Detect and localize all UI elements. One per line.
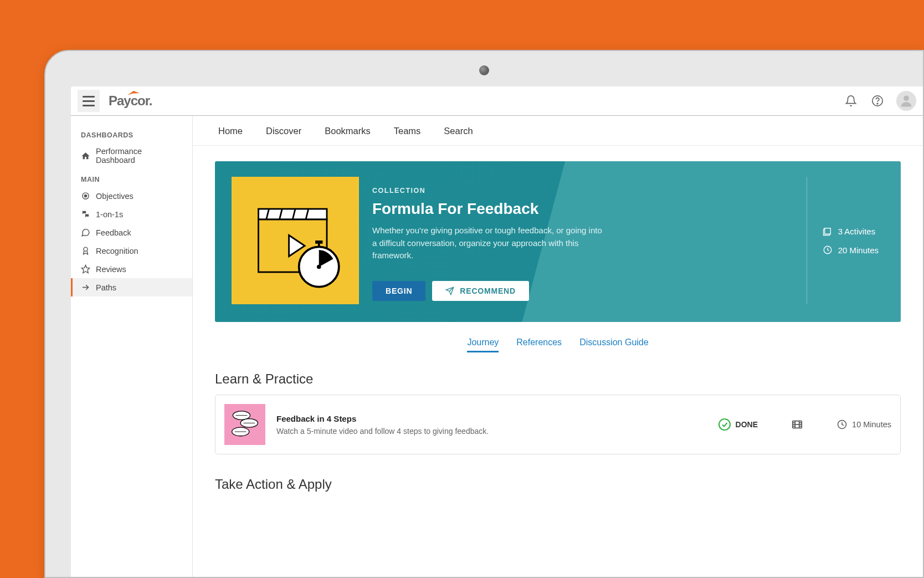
tab-home[interactable]: Home [218,126,243,136]
home-icon [81,151,90,161]
sidebar-item-performance-dashboard[interactable]: Performance Dashboard [71,142,192,169]
tab-search[interactable]: Search [444,126,473,136]
recommend-button[interactable]: RECOMMEND [432,281,529,301]
feedback-icon [81,228,90,237]
sidebar-item-recognition[interactable]: Recognition [71,242,192,260]
begin-button[interactable]: BEGIN [372,281,425,301]
menu-button[interactable] [78,90,100,112]
card-status-label: DONE [736,420,758,429]
content-tabs: Home Discover Bookmarks Teams Search [193,116,923,146]
card-duration: 10 Minutes [836,419,891,430]
hero-title: Formula For Feedback [372,200,793,218]
svg-point-27 [719,419,730,430]
sidebar-item-1on1s[interactable]: 1-on-1s [71,205,192,223]
svg-point-1 [877,103,878,104]
film-icon [791,418,803,431]
recommend-label: RECOMMEND [460,287,516,295]
sidebar-item-label: Reviews [96,265,126,274]
content-area: Home Discover Bookmarks Teams Search [193,116,923,577]
notifications-icon[interactable] [843,93,859,109]
sidebar-item-reviews[interactable]: Reviews [71,260,192,278]
sidebar: DASHBOARDS Performance Dashboard MAIN Ob… [71,116,193,577]
svg-point-18 [317,265,321,269]
award-icon [81,246,90,255]
section-learn-practice: Learn & Practice [193,359,923,395]
chat-icon [81,209,90,219]
sidebar-item-label: Objectives [96,192,134,201]
sidebar-item-label: Performance Dashboard [96,147,182,165]
sidebar-item-label: Feedback [96,228,131,237]
device-frame: Paycor. DASHBOARDS Performance Dashb [44,50,924,578]
hero-stat-label: 3 Activites [838,227,876,236]
paper-plane-icon [445,287,454,295]
target-icon [81,191,90,201]
clock-icon [823,245,833,255]
svg-marker-6 [81,265,89,273]
card-description: Watch a 5-minute video and follow 4 step… [276,427,707,436]
svg-point-5 [84,247,88,251]
hero-stat-activities: 3 Activites [823,226,879,236]
svg-point-4 [84,195,86,197]
section-take-action-apply: Take Action & Apply [193,464,923,500]
card-title: Feedback in 4 Steps [276,414,707,423]
user-avatar[interactable] [896,91,916,111]
hero-stat-label: 20 Minutes [838,245,879,255]
hero-kicker: COLLECTION [372,187,793,195]
subtabs: Journey References Discussion Guide [193,322,923,359]
card-status: DONE [718,418,758,431]
tab-discover[interactable]: Discover [266,126,301,136]
help-icon[interactable] [870,93,885,109]
star-icon [81,264,90,274]
speech-bubbles-icon [227,407,263,442]
hero-thumbnail [232,177,359,304]
subtab-references[interactable]: References [516,337,562,352]
sidebar-item-paths[interactable]: Paths [71,278,192,296]
clock-icon [836,419,848,430]
sidebar-item-feedback[interactable]: Feedback [71,223,192,242]
sidebar-item-objectives[interactable]: Objectives [71,187,192,205]
topbar: Paycor. [71,86,923,116]
card-type-icon [791,418,803,431]
check-circle-icon [718,418,731,431]
tab-bookmarks[interactable]: Bookmarks [325,126,371,136]
activity-card[interactable]: Feedback in 4 Steps Watch a 5-minute vid… [215,395,901,454]
hero-stat-minutes: 20 Minutes [823,245,879,255]
sidebar-item-label: Recognition [96,247,138,255]
subtab-discussion-guide[interactable]: Discussion Guide [579,337,649,352]
card-thumbnail [224,404,265,445]
svg-rect-17 [315,241,322,244]
hero-description: Whether you're giving positive or tough … [372,224,605,262]
layers-icon [823,226,833,236]
subtab-journey[interactable]: Journey [467,337,499,352]
clapper-stopwatch-icon [243,188,348,293]
arrow-right-icon [81,283,90,292]
hero-stats: 3 Activites 20 Minutes [807,177,879,304]
hero-banner: COLLECTION Formula For Feedback Whether … [215,161,901,322]
device-camera [479,65,489,75]
app-screen: Paycor. DASHBOARDS Performance Dashb [71,86,923,577]
sidebar-item-label: 1-on-1s [96,210,123,219]
sidebar-section-main: MAIN [71,172,192,187]
tab-teams[interactable]: Teams [394,126,421,136]
svg-rect-19 [824,228,830,234]
sidebar-item-label: Paths [96,283,116,292]
brand-logo: Paycor. [109,93,152,109]
sidebar-section-dashboards: DASHBOARDS [71,128,192,142]
svg-point-2 [904,95,909,101]
card-duration-label: 10 Minutes [852,420,891,429]
